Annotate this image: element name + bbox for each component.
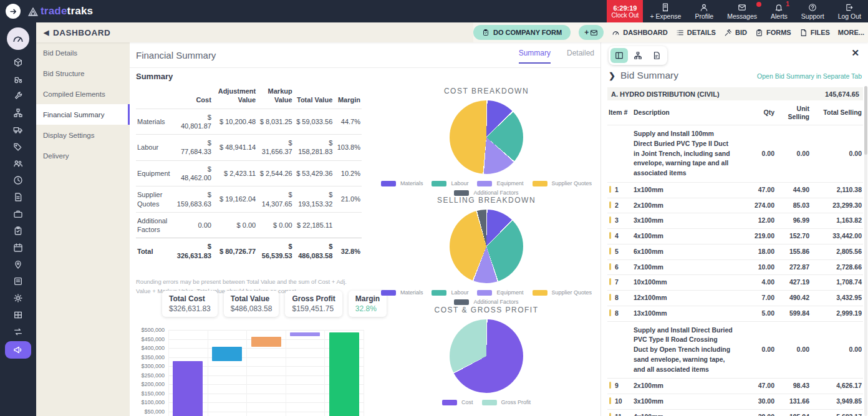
gear-icon: [13, 293, 23, 303]
expense-button[interactable]: + Expense: [643, 0, 688, 22]
y-axis-label: $350,000: [136, 354, 165, 360]
rail-item-invoices[interactable]: [6, 188, 31, 205]
chart-title: COST & GROSS PROFIT: [374, 306, 599, 314]
logo[interactable]: tradetraks: [27, 5, 93, 17]
rail-item-reports[interactable]: [6, 273, 31, 289]
item-marker: [609, 201, 611, 208]
open-separate-tab-link[interactable]: Open Bid Summary in Separate Tab: [757, 72, 862, 80]
sidebar-item-display-settings[interactable]: Display Settings: [36, 125, 130, 145]
rail-item-delivery[interactable]: [6, 121, 31, 138]
tab-dashboard[interactable]: DASHBOARD: [612, 29, 668, 37]
chart-legend: CostGross Profit: [374, 399, 599, 405]
rail-item-announcements[interactable]: [5, 341, 31, 359]
legend-swatch: [533, 181, 547, 186]
item-marker: [609, 397, 611, 404]
item-marker: [609, 186, 611, 193]
clock-out-button[interactable]: 6:29:19 Clock Out: [607, 0, 643, 22]
messages-button[interactable]: Messages: [720, 0, 764, 22]
tab-bid[interactable]: BID: [724, 29, 747, 37]
rail-item-transfers[interactable]: [6, 323, 31, 340]
fin-row-equipment: Equipment$ 48,462.00$ 2,423.11$ 2,544.26…: [136, 160, 362, 186]
tab-details[interactable]: DETAILS: [676, 29, 716, 37]
legend-item[interactable]: Labour: [432, 180, 468, 186]
table-view-button[interactable]: [610, 48, 628, 63]
back-to-dashboard[interactable]: ◀DASHBOARD: [36, 28, 131, 37]
rail-item-pricing[interactable]: [6, 138, 31, 155]
legend-item[interactable]: Equipment: [477, 180, 523, 186]
tab-forms[interactable]: FORMS: [755, 29, 791, 37]
sidebar-item-bid-details[interactable]: Bid Details: [36, 42, 130, 63]
bid-description: 13x100mm: [632, 306, 735, 321]
tab-more[interactable]: MORE...: [838, 29, 864, 36]
profile-button[interactable]: Profile: [688, 0, 720, 22]
bid-description: 12x100mm: [632, 291, 735, 306]
support-button[interactable]: Support: [794, 0, 831, 22]
pie-charts-column: COST BREAKDOWN MaterialsLabourEquipmentS…: [374, 68, 599, 416]
waterfall-bar-markup-value: [251, 337, 281, 347]
rail-item-equipment[interactable]: [6, 70, 31, 87]
sidebar-item-financial-summary[interactable]: Financial Summary: [36, 104, 130, 125]
back-chevron-icon: ◀: [44, 29, 49, 37]
add-message-button[interactable]: +: [579, 25, 604, 40]
do-company-form-button[interactable]: DO COMPANY FORM: [473, 25, 571, 40]
bid-item-row: 92x100mm47.0098.434,626.17: [607, 379, 863, 394]
sidebar-item-compiled-elements[interactable]: Compiled Elements: [36, 84, 130, 104]
legend-item[interactable]: Equipment: [477, 289, 523, 296]
rail-item-materials[interactable]: [6, 54, 31, 70]
sidebar-item-delivery[interactable]: Delivery: [36, 145, 130, 166]
item-marker: [609, 232, 611, 239]
y-axis-label: $450,000: [136, 336, 165, 342]
rail-item-structure[interactable]: [6, 104, 31, 121]
rail-item-tables[interactable]: [6, 306, 31, 323]
rail-item-jobs[interactable]: [6, 205, 31, 222]
messages-badge: [756, 2, 761, 7]
bid-item-row: 103x100mm30.00131.663,949.85: [607, 394, 863, 410]
y-axis-label: $50,000: [136, 409, 165, 415]
legend-swatch: [482, 400, 497, 405]
rail-item-dashboard[interactable]: [6, 26, 31, 51]
rail-item-tools[interactable]: [6, 87, 31, 104]
legend-item[interactable]: Additional Factors: [454, 190, 518, 196]
legend-item[interactable]: Cost: [442, 399, 473, 405]
close-panel-button[interactable]: ✕: [851, 47, 859, 59]
rail-item-crew[interactable]: [6, 155, 31, 172]
tab-summary[interactable]: Summary: [519, 49, 551, 64]
tree-view-button[interactable]: [629, 48, 647, 63]
legend-item[interactable]: Labour: [432, 289, 468, 296]
bid-section-header[interactable]: A. HYDRO DISTRIBUTION (CIVIL) 145,674.65: [607, 87, 863, 100]
tab-detailed[interactable]: Detailed: [567, 49, 594, 64]
rail-item-settings[interactable]: [6, 289, 31, 306]
rail-item-locations[interactable]: [6, 256, 31, 273]
rail-item-time[interactable]: [6, 172, 31, 188]
legend-item[interactable]: Supplier Quotes: [533, 289, 592, 296]
legend-item[interactable]: Gross Profit: [482, 399, 531, 405]
legend-item[interactable]: Materials: [381, 180, 423, 186]
rail-item-forms[interactable]: [6, 222, 31, 239]
collapse-sidebar-button[interactable]: [6, 4, 21, 19]
pin-icon: [13, 259, 23, 269]
scrollbar-track[interactable]: [864, 86, 867, 416]
tractor-icon: [13, 74, 23, 84]
col-header-unit-selling: Unit Selling: [776, 102, 811, 125]
pdf-view-button[interactable]: [648, 48, 665, 63]
bid-item-row: 813x100mm5.00599.842,999.19: [607, 306, 863, 321]
fin-row-supplier-quotes: Supplier Quotes$ 159,683.63$ 19,162.04$ …: [136, 186, 362, 213]
legend-item[interactable]: Additional Factors: [454, 299, 518, 305]
bid-summary-header: ❯Bid Summary Open Bid Summary in Separat…: [609, 70, 862, 81]
scrollbar-thumb[interactable]: [864, 86, 867, 155]
alerts-button[interactable]: 1Alerts: [764, 0, 794, 22]
pdf-file-icon: [652, 51, 661, 60]
tab-files[interactable]: FILES: [799, 29, 830, 37]
envelope-icon: [590, 29, 598, 37]
y-axis-label: $400,000: [136, 345, 165, 351]
sidebar-item-bid-structure[interactable]: Bid Structure: [36, 63, 130, 84]
legend-item[interactable]: Supplier Quotes: [533, 180, 592, 186]
logout-button[interactable]: Log Out: [831, 0, 868, 22]
bid-description: 3x100mm: [632, 213, 735, 229]
item-marker: [609, 278, 611, 285]
rail-item-calendar[interactable]: [6, 239, 31, 256]
y-axis-label: $500,000: [136, 327, 165, 333]
legend-swatch: [477, 290, 492, 296]
legend-item[interactable]: Materials: [381, 289, 423, 296]
bid-summary-title[interactable]: ❯Bid Summary: [609, 70, 678, 81]
